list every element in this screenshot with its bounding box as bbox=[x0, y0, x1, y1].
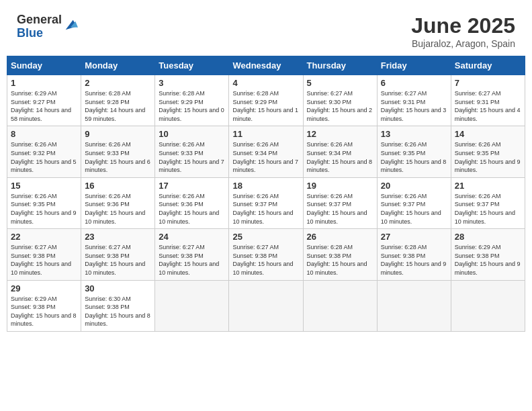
day-number: 16 bbox=[85, 181, 151, 191]
day-info: Sunrise: 6:27 AMSunset: 9:31 PMDaylight:… bbox=[381, 89, 447, 123]
day-number: 12 bbox=[307, 129, 373, 139]
day-info: Sunrise: 6:28 AMSunset: 9:28 PMDaylight:… bbox=[85, 89, 151, 123]
day-of-week-header: Wednesday bbox=[229, 56, 303, 75]
calendar-day-cell: 16Sunrise: 6:26 AMSunset: 9:36 PMDayligh… bbox=[81, 177, 155, 228]
calendar-header-row: SundayMondayTuesdayWednesdayThursdayFrid… bbox=[7, 56, 525, 75]
location-subtitle: Bujaraloz, Aragon, Spain bbox=[411, 38, 515, 49]
calendar-day-cell: 20Sunrise: 6:26 AMSunset: 9:37 PMDayligh… bbox=[377, 177, 451, 228]
day-number: 13 bbox=[381, 129, 447, 139]
day-number: 9 bbox=[85, 129, 151, 139]
calendar-day-cell: 14Sunrise: 6:26 AMSunset: 9:35 PMDayligh… bbox=[451, 126, 525, 177]
calendar-week-row: 15Sunrise: 6:26 AMSunset: 9:35 PMDayligh… bbox=[7, 177, 525, 228]
day-of-week-header: Tuesday bbox=[155, 56, 229, 75]
calendar-day-cell: 27Sunrise: 6:28 AMSunset: 9:38 PMDayligh… bbox=[377, 229, 451, 280]
day-info: Sunrise: 6:29 AMSunset: 9:27 PMDaylight:… bbox=[11, 89, 77, 123]
day-number: 28 bbox=[455, 232, 521, 242]
calendar-day-cell bbox=[451, 280, 525, 331]
calendar-day-cell: 6Sunrise: 6:27 AMSunset: 9:31 PMDaylight… bbox=[377, 75, 451, 126]
title-block: June 2025 Bujaraloz, Aragon, Spain bbox=[411, 13, 515, 49]
logo-icon bbox=[63, 17, 78, 32]
calendar-day-cell: 17Sunrise: 6:26 AMSunset: 9:36 PMDayligh… bbox=[155, 177, 229, 228]
day-info: Sunrise: 6:28 AMSunset: 9:29 PMDaylight:… bbox=[232, 89, 299, 123]
day-number: 20 bbox=[381, 181, 447, 191]
day-info: Sunrise: 6:26 AMSunset: 9:37 PMDaylight:… bbox=[381, 192, 447, 226]
day-number: 5 bbox=[307, 78, 373, 88]
calendar-day-cell: 8Sunrise: 6:26 AMSunset: 9:32 PMDaylight… bbox=[7, 126, 81, 177]
day-info: Sunrise: 6:26 AMSunset: 9:34 PMDaylight:… bbox=[307, 140, 373, 174]
calendar-day-cell: 5Sunrise: 6:27 AMSunset: 9:30 PMDaylight… bbox=[303, 75, 377, 126]
calendar-day-cell: 1Sunrise: 6:29 AMSunset: 9:27 PMDaylight… bbox=[7, 75, 81, 126]
day-number: 17 bbox=[159, 181, 225, 191]
day-info: Sunrise: 6:29 AMSunset: 9:38 PMDaylight:… bbox=[11, 295, 77, 328]
calendar-day-cell: 28Sunrise: 6:29 AMSunset: 9:38 PMDayligh… bbox=[451, 229, 525, 280]
calendar-week-row: 8Sunrise: 6:26 AMSunset: 9:32 PMDaylight… bbox=[7, 126, 525, 177]
calendar-week-row: 29Sunrise: 6:29 AMSunset: 9:38 PMDayligh… bbox=[7, 280, 525, 331]
day-number: 21 bbox=[455, 181, 521, 191]
logo-blue-text: Blue bbox=[17, 27, 62, 40]
calendar-day-cell: 11Sunrise: 6:26 AMSunset: 9:34 PMDayligh… bbox=[229, 126, 303, 177]
calendar-day-cell: 4Sunrise: 6:28 AMSunset: 9:29 PMDaylight… bbox=[229, 75, 303, 126]
day-number: 6 bbox=[381, 78, 447, 88]
day-number: 22 bbox=[11, 232, 77, 242]
day-info: Sunrise: 6:27 AMSunset: 9:31 PMDaylight:… bbox=[455, 89, 521, 123]
day-info: Sunrise: 6:27 AMSunset: 9:38 PMDaylight:… bbox=[11, 243, 77, 277]
calendar-day-cell: 13Sunrise: 6:26 AMSunset: 9:35 PMDayligh… bbox=[377, 126, 451, 177]
day-number: 1 bbox=[11, 78, 77, 88]
day-number: 26 bbox=[307, 232, 373, 242]
day-info: Sunrise: 6:26 AMSunset: 9:35 PMDaylight:… bbox=[11, 192, 77, 226]
calendar-day-cell: 22Sunrise: 6:27 AMSunset: 9:38 PMDayligh… bbox=[7, 229, 81, 280]
calendar-day-cell: 21Sunrise: 6:26 AMSunset: 9:37 PMDayligh… bbox=[451, 177, 525, 228]
day-number: 23 bbox=[85, 232, 151, 242]
logo-general-text: General bbox=[17, 13, 62, 27]
calendar-day-cell bbox=[155, 280, 229, 331]
day-info: Sunrise: 6:27 AMSunset: 9:30 PMDaylight:… bbox=[307, 89, 373, 123]
calendar-day-cell: 3Sunrise: 6:28 AMSunset: 9:29 PMDaylight… bbox=[155, 75, 229, 126]
calendar-day-cell: 2Sunrise: 6:28 AMSunset: 9:28 PMDaylight… bbox=[81, 75, 155, 126]
day-number: 30 bbox=[85, 283, 151, 293]
day-info: Sunrise: 6:26 AMSunset: 9:35 PMDaylight:… bbox=[455, 140, 521, 174]
day-number: 18 bbox=[232, 181, 299, 191]
day-number: 11 bbox=[232, 129, 299, 139]
calendar-week-row: 1Sunrise: 6:29 AMSunset: 9:27 PMDaylight… bbox=[7, 75, 525, 126]
day-info: Sunrise: 6:26 AMSunset: 9:33 PMDaylight:… bbox=[85, 140, 151, 174]
day-info: Sunrise: 6:26 AMSunset: 9:32 PMDaylight:… bbox=[11, 140, 77, 174]
calendar-day-cell: 7Sunrise: 6:27 AMSunset: 9:31 PMDaylight… bbox=[451, 75, 525, 126]
day-info: Sunrise: 6:26 AMSunset: 9:33 PMDaylight:… bbox=[159, 140, 225, 174]
day-info: Sunrise: 6:28 AMSunset: 9:38 PMDaylight:… bbox=[307, 243, 373, 277]
calendar-day-cell: 24Sunrise: 6:27 AMSunset: 9:38 PMDayligh… bbox=[155, 229, 229, 280]
calendar-day-cell: 12Sunrise: 6:26 AMSunset: 9:34 PMDayligh… bbox=[303, 126, 377, 177]
calendar-day-cell: 29Sunrise: 6:29 AMSunset: 9:38 PMDayligh… bbox=[7, 280, 81, 331]
day-of-week-header: Friday bbox=[377, 56, 451, 75]
calendar-day-cell bbox=[303, 280, 377, 331]
calendar-day-cell: 9Sunrise: 6:26 AMSunset: 9:33 PMDaylight… bbox=[81, 126, 155, 177]
day-info: Sunrise: 6:27 AMSunset: 9:38 PMDaylight:… bbox=[232, 243, 299, 277]
day-number: 29 bbox=[11, 283, 77, 293]
day-number: 7 bbox=[455, 78, 521, 88]
day-of-week-header: Monday bbox=[81, 56, 155, 75]
calendar-day-cell bbox=[229, 280, 303, 331]
day-info: Sunrise: 6:30 AMSunset: 9:38 PMDaylight:… bbox=[85, 295, 151, 328]
day-number: 19 bbox=[307, 181, 373, 191]
day-number: 4 bbox=[232, 78, 299, 88]
day-number: 2 bbox=[85, 78, 151, 88]
day-of-week-header: Saturday bbox=[451, 56, 525, 75]
page-header: General Blue June 2025 Bujaraloz, Aragon… bbox=[7, 7, 525, 52]
calendar-day-cell: 26Sunrise: 6:28 AMSunset: 9:38 PMDayligh… bbox=[303, 229, 377, 280]
day-number: 25 bbox=[232, 232, 299, 242]
logo: General Blue bbox=[17, 13, 78, 40]
calendar-week-row: 22Sunrise: 6:27 AMSunset: 9:38 PMDayligh… bbox=[7, 229, 525, 280]
day-of-week-header: Sunday bbox=[7, 56, 81, 75]
day-info: Sunrise: 6:27 AMSunset: 9:38 PMDaylight:… bbox=[159, 243, 225, 277]
calendar-day-cell: 25Sunrise: 6:27 AMSunset: 9:38 PMDayligh… bbox=[229, 229, 303, 280]
day-of-week-header: Thursday bbox=[303, 56, 377, 75]
calendar-day-cell: 23Sunrise: 6:27 AMSunset: 9:38 PMDayligh… bbox=[81, 229, 155, 280]
day-info: Sunrise: 6:27 AMSunset: 9:38 PMDaylight:… bbox=[85, 243, 151, 277]
day-number: 10 bbox=[159, 129, 225, 139]
calendar-day-cell: 10Sunrise: 6:26 AMSunset: 9:33 PMDayligh… bbox=[155, 126, 229, 177]
day-info: Sunrise: 6:26 AMSunset: 9:35 PMDaylight:… bbox=[381, 140, 447, 174]
day-number: 15 bbox=[11, 181, 77, 191]
calendar-day-cell: 30Sunrise: 6:30 AMSunset: 9:38 PMDayligh… bbox=[81, 280, 155, 331]
day-info: Sunrise: 6:26 AMSunset: 9:37 PMDaylight:… bbox=[232, 192, 299, 226]
day-info: Sunrise: 6:26 AMSunset: 9:36 PMDaylight:… bbox=[159, 192, 225, 226]
day-info: Sunrise: 6:28 AMSunset: 9:29 PMDaylight:… bbox=[159, 89, 225, 123]
